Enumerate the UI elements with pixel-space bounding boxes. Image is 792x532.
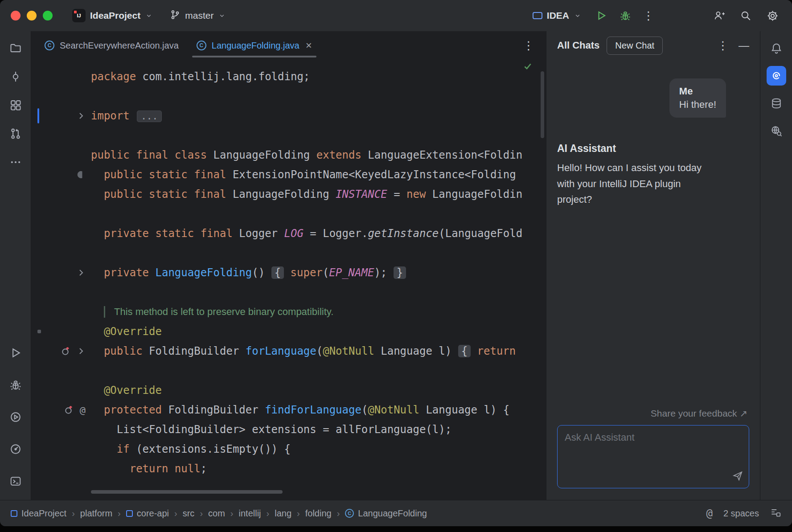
code-line: return null; [31, 459, 546, 479]
settings-gear-icon[interactable] [763, 7, 781, 25]
debug-button[interactable] [616, 7, 634, 25]
code-line: This method is left to preserve binary c… [31, 302, 546, 322]
code-line [31, 361, 546, 381]
user-message-author: Me [679, 86, 716, 97]
hide-panel-icon[interactable]: — [736, 39, 752, 52]
new-chat-button[interactable]: New Chat [607, 37, 663, 55]
project-tool-folder-icon[interactable] [6, 38, 25, 58]
indent-settings-icon[interactable] [770, 507, 781, 520]
share-feedback-link[interactable]: Share your feedback ↗ [557, 408, 749, 419]
project-widget[interactable]: IJ IdeaProject [68, 5, 157, 26]
tab-search-everywhere-action[interactable]: C SearchEverywhereAction.java [36, 31, 188, 60]
class-icon: C [345, 509, 354, 518]
zoom-window-button[interactable] [43, 11, 53, 20]
gutter [31, 381, 91, 400]
breadcrumb-item[interactable]: intellij [239, 508, 261, 519]
annotation-marker-icon[interactable]: @ [80, 405, 86, 416]
chevron-down-icon [145, 12, 153, 20]
more-actions-kebab[interactable]: ⋮ [640, 7, 657, 25]
code-line: public static final LanguageFolding INST… [31, 184, 546, 204]
gutter [31, 184, 91, 204]
web-inspections-globe-icon[interactable] [767, 121, 786, 141]
debug-tool-icon[interactable] [6, 375, 25, 395]
close-window-button[interactable] [11, 11, 21, 20]
gutter [31, 106, 91, 126]
override-marker-icon[interactable] [64, 405, 74, 415]
breadcrumb-item[interactable]: lang [275, 508, 291, 519]
override-marker-icon[interactable] [61, 346, 71, 356]
close-tab-icon[interactable]: × [306, 40, 312, 51]
breadcrumb-separator: › [230, 508, 234, 519]
pull-requests-tool-icon[interactable] [6, 124, 25, 143]
code-line: @ protected FoldingBuilder findForLangua… [31, 400, 546, 420]
run-tool-icon[interactable] [6, 343, 25, 363]
class-icon: C [197, 41, 206, 50]
code-text: @Override [91, 325, 546, 338]
more-tools-icon[interactable] [6, 152, 25, 172]
send-message-icon[interactable] [732, 470, 743, 483]
horizontal-scrollbar[interactable] [91, 490, 283, 494]
breadcrumb-label: lang [275, 508, 291, 519]
rendered-doc-comment: This method is left to preserve binary c… [104, 306, 546, 318]
notifications-bell-icon[interactable] [767, 38, 786, 58]
breadcrumb-separator: › [174, 508, 177, 519]
gutter [31, 67, 91, 86]
code-text: if (extensions.isEmpty()) { [91, 443, 546, 455]
breadcrumb-item[interactable]: src [183, 508, 195, 519]
gutter [31, 263, 91, 282]
vcs-branch-widget[interactable]: master [165, 6, 230, 25]
gutter [31, 322, 91, 341]
database-tool-icon[interactable] [767, 94, 786, 113]
ai-status-icon[interactable]: @ [706, 507, 712, 520]
minimize-window-button[interactable] [27, 11, 37, 20]
code-editor[interactable]: package com.intellij.lang.folding;import… [31, 60, 546, 500]
gutter [31, 165, 91, 184]
code-line [31, 243, 546, 263]
editor-options-kebab[interactable]: ⋮ [523, 39, 542, 52]
commit-tool-icon[interactable] [6, 67, 25, 86]
module-icon [126, 510, 133, 517]
inspections-ok-icon[interactable] [523, 61, 533, 74]
ai-options-kebab[interactable]: ⋮ [717, 39, 729, 52]
user-message-text: Hi there! [679, 99, 716, 110]
profiler-tool-icon[interactable] [6, 439, 25, 459]
code-line: public final class LanguageFolding exten… [31, 145, 546, 165]
breadcrumb-item[interactable]: core-api [126, 508, 169, 519]
fold-arrow-icon[interactable] [77, 111, 86, 120]
code-line: @Override [31, 322, 546, 341]
user-message-bubble: Me Hi there! [669, 78, 726, 118]
breadcrumb-item[interactable]: CLanguageFolding [345, 508, 427, 519]
implement-marker-icon[interactable] [77, 170, 86, 179]
all-chats-tab[interactable]: All Chats [557, 40, 599, 51]
search-everywhere-button[interactable] [737, 7, 755, 25]
breadcrumb-item[interactable]: folding [305, 508, 332, 519]
breadcrumb-item[interactable]: platform [80, 508, 112, 519]
breadcrumb-item[interactable]: IdeaProject [11, 508, 66, 519]
ask-ai-input[interactable] [557, 425, 749, 488]
run-configuration-widget[interactable]: IDEA [528, 7, 586, 25]
breadcrumb-item[interactable]: com [208, 508, 225, 519]
vertical-scrollbar[interactable] [541, 71, 544, 138]
gutter [31, 145, 91, 165]
gutter: @ [31, 400, 91, 420]
code-line: private LanguageFolding() { super(EP_NAM… [31, 263, 546, 282]
status-bar: IdeaProject›platform›core-api›src›com›in… [0, 500, 792, 526]
structure-tool-icon[interactable] [6, 95, 25, 115]
breadcrumb-separator: › [72, 508, 75, 519]
terminal-tool-icon[interactable] [6, 471, 25, 491]
breadcrumb-label: folding [305, 508, 332, 519]
fold-arrow-icon[interactable] [77, 268, 86, 277]
fold-arrow-icon[interactable] [77, 347, 86, 356]
code-text: @Override [91, 384, 546, 397]
ai-assistant-tool-icon-active[interactable] [767, 66, 786, 86]
ask-ai-textarea[interactable] [558, 426, 749, 488]
run-button[interactable] [592, 7, 610, 25]
indent-size-label[interactable]: 2 spaces [723, 508, 759, 519]
gutter [31, 86, 91, 106]
code-line: @Override [31, 381, 546, 400]
window-controls [11, 11, 53, 20]
services-tool-icon[interactable] [6, 407, 25, 427]
tab-language-folding[interactable]: C LanguageFolding.java × [188, 31, 321, 60]
branch-icon [170, 9, 181, 22]
add-user-button[interactable] [710, 7, 728, 25]
